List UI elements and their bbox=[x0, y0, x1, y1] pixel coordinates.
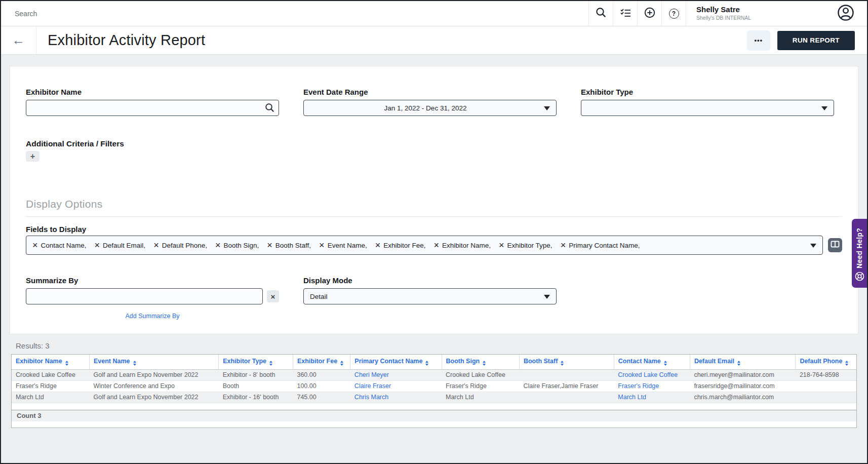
field-chip-label: Default Phone, bbox=[162, 242, 207, 249]
results-table-container: Exhibitor NameEvent NameExhibitor TypeEx… bbox=[11, 354, 857, 428]
back-arrow-icon: ← bbox=[12, 32, 25, 48]
add-filter-button[interactable]: + bbox=[26, 151, 40, 162]
sort-icon[interactable] bbox=[664, 361, 667, 366]
column-header[interactable]: Primary Contact Name bbox=[350, 355, 442, 369]
add-summarize-by-link[interactable]: Add Summarize By bbox=[126, 313, 180, 320]
global-search-input[interactable] bbox=[1, 1, 588, 26]
remove-field-icon[interactable]: × bbox=[561, 241, 566, 250]
table-cell: Chris March bbox=[350, 392, 442, 403]
field-chip: ×Booth Sign, bbox=[215, 241, 259, 250]
sort-icon[interactable] bbox=[425, 361, 428, 366]
record-link[interactable]: Cheri Meyer bbox=[354, 371, 389, 378]
sort-icon[interactable] bbox=[133, 361, 136, 366]
help-button[interactable]: ? bbox=[661, 1, 686, 26]
chevron-down-icon bbox=[544, 106, 550, 110]
field-chip: ×Booth Staff, bbox=[267, 241, 311, 250]
results-count-label: Results: 3 bbox=[16, 341, 857, 350]
sort-icon[interactable] bbox=[561, 361, 564, 366]
remove-field-icon[interactable]: × bbox=[32, 241, 38, 250]
event-date-range-select[interactable]: Jan 1, 2022 - Dec 31, 2022 bbox=[303, 100, 557, 116]
table-cell: 100.00 bbox=[293, 380, 350, 392]
column-header[interactable]: Contact Name bbox=[614, 355, 690, 369]
run-report-button[interactable]: RUN REPORT bbox=[777, 31, 855, 50]
field-chip: ×Default Phone, bbox=[153, 241, 207, 250]
remove-field-icon[interactable]: × bbox=[95, 241, 100, 250]
record-link[interactable]: Claire Fraser bbox=[354, 382, 391, 390]
table-cell: chris.march@mailiantor.com bbox=[690, 392, 796, 403]
sort-icon[interactable] bbox=[483, 361, 486, 366]
sort-icon[interactable] bbox=[269, 361, 272, 366]
table-row: Fraser's RidgeWinter Conference and Expo… bbox=[12, 380, 856, 392]
page-header: ← Exhibitor Activity Report ••• RUN REPO… bbox=[1, 26, 867, 55]
record-link[interactable]: Fraser's Ridge bbox=[618, 382, 659, 390]
count-label: Count 3 bbox=[17, 412, 41, 419]
table-cell: Crooked Lake Coffee bbox=[614, 369, 690, 380]
table-cell: Crooked Lake Coffee bbox=[12, 369, 89, 380]
field-chip: ×Contact Name, bbox=[32, 241, 87, 250]
search-icon bbox=[265, 103, 274, 114]
column-header-label: Primary Contact Name bbox=[354, 358, 422, 365]
table-cell: cheri.meyer@mailinator.com bbox=[690, 369, 796, 380]
fields-to-display-select[interactable]: ×Contact Name,×Default Email,×Default Ph… bbox=[26, 236, 823, 255]
table-cell: Claire Fraser,Jamie Fraser bbox=[519, 380, 614, 392]
table-cell: Fraser's Ridge bbox=[442, 380, 519, 392]
table-cell: Exhibitor - 16' booth bbox=[219, 392, 293, 403]
sort-icon[interactable] bbox=[845, 361, 848, 366]
quick-links-button[interactable] bbox=[613, 1, 637, 26]
sort-icon[interactable] bbox=[340, 361, 343, 366]
filter-row: Exhibitor Name Event Date Range Jan 1, 2… bbox=[26, 88, 842, 116]
user-info[interactable]: Shelly Satre Shelly's DB INTERNAL bbox=[686, 1, 762, 26]
sort-icon[interactable] bbox=[65, 361, 68, 366]
summarize-by-input[interactable] bbox=[26, 288, 263, 304]
avatar-icon[interactable] bbox=[838, 5, 854, 23]
create-new-button[interactable] bbox=[637, 1, 661, 26]
column-header[interactable]: Default Phone bbox=[796, 355, 856, 369]
column-header-label: Exhibitor Name bbox=[16, 358, 62, 365]
question-circle-icon: ? bbox=[669, 9, 679, 19]
column-header[interactable]: Default Email bbox=[690, 355, 796, 369]
table-cell bbox=[796, 392, 856, 403]
column-header[interactable]: Exhibitor Fee bbox=[293, 355, 350, 369]
chevron-down-icon bbox=[810, 244, 816, 248]
table-cell: 218-764-8598 bbox=[796, 369, 856, 380]
field-chip-label: Primary Contact Name, bbox=[569, 242, 640, 249]
remove-field-icon[interactable]: × bbox=[319, 241, 325, 250]
remove-field-icon[interactable]: × bbox=[375, 241, 381, 250]
column-header[interactable]: Booth Staff bbox=[519, 355, 614, 369]
display-mode-select[interactable]: Detail bbox=[303, 288, 557, 304]
results-section: Results: 3 Exhibitor NameEvent NameExhib… bbox=[11, 341, 857, 428]
exhibitor-name-label: Exhibitor Name bbox=[26, 88, 279, 96]
column-settings-button[interactable] bbox=[828, 238, 842, 252]
fields-to-display-label: Fields to Display bbox=[26, 225, 842, 234]
remove-field-icon[interactable]: × bbox=[215, 241, 221, 250]
display-mode-value: Detail bbox=[310, 293, 541, 300]
table-row: March LtdGolf and Learn Expo November 20… bbox=[12, 392, 856, 403]
back-button[interactable]: ← bbox=[1, 26, 36, 54]
table-cell: March Ltd bbox=[12, 392, 89, 403]
more-options-button[interactable]: ••• bbox=[747, 30, 770, 51]
table-cell: March Ltd bbox=[442, 392, 519, 403]
sort-icon[interactable] bbox=[737, 361, 740, 366]
remove-field-icon[interactable]: × bbox=[433, 241, 439, 250]
record-link[interactable]: Chris March bbox=[354, 394, 388, 401]
topbar: ? Shelly Satre Shelly's DB INTERNAL bbox=[1, 1, 867, 26]
exhibitor-name-input[interactable] bbox=[26, 100, 279, 116]
column-header[interactable]: Event Name bbox=[89, 355, 218, 369]
summarize-by-label: Summarize By bbox=[26, 276, 279, 285]
column-header[interactable]: Exhibitor Type bbox=[219, 355, 293, 369]
column-header[interactable]: Exhibitor Name bbox=[12, 355, 89, 369]
checklist-icon bbox=[620, 8, 631, 20]
remove-field-icon[interactable]: × bbox=[499, 241, 504, 250]
column-header[interactable]: Booth Sign bbox=[442, 355, 519, 369]
remove-field-icon[interactable]: × bbox=[267, 241, 272, 250]
page-title: Exhibitor Activity Report bbox=[48, 32, 205, 49]
table-row: Crooked Lake CoffeeGolf and Learn Expo N… bbox=[12, 369, 856, 380]
record-link[interactable]: March Ltd bbox=[618, 394, 646, 401]
exhibitor-type-select[interactable] bbox=[581, 100, 834, 116]
remove-field-icon[interactable]: × bbox=[153, 241, 159, 250]
record-link[interactable]: Crooked Lake Coffee bbox=[618, 371, 678, 378]
table-cell: 360.00 bbox=[293, 369, 350, 380]
search-button[interactable] bbox=[588, 1, 613, 26]
need-help-tab[interactable]: Need Help? bbox=[852, 219, 867, 288]
clear-summarize-button[interactable]: × bbox=[267, 290, 279, 302]
